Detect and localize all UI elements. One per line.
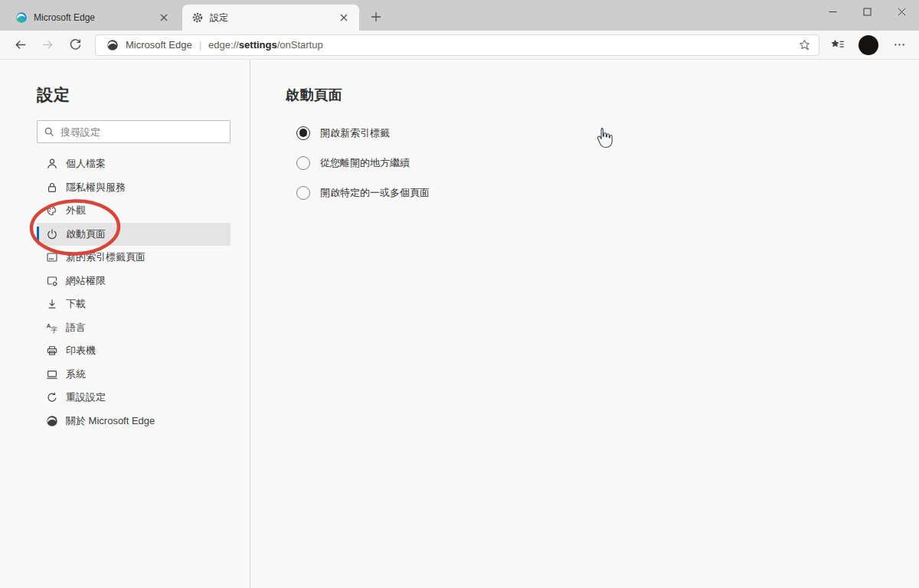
palette-icon — [46, 204, 58, 217]
sidebar-item-printers[interactable]: 印表機 — [37, 339, 231, 363]
close-tab-icon[interactable] — [156, 10, 172, 25]
url-separator: | — [199, 39, 201, 51]
sidebar-item-privacy[interactable]: 隱私權與服務 — [37, 176, 231, 200]
sidebar-item-permissions[interactable]: 網站權限 — [37, 270, 231, 293]
printer-icon — [46, 345, 58, 357]
minimize-button[interactable] — [816, 0, 850, 24]
settings-sidebar: 設定 個人檔案隱私權與服務外觀啟動頁面新的索引標籤頁面網站權限下載A字語言印表機… — [0, 60, 250, 588]
radio-option-2[interactable]: 從您離開的地方繼續 — [296, 148, 919, 178]
sidebar-nav: 個人檔案隱私權與服務外觀啟動頁面新的索引標籤頁面網站權限下載A字語言印表機系統重… — [0, 152, 250, 433]
radio-button[interactable] — [296, 126, 310, 140]
lock-icon — [46, 181, 58, 194]
tab-title: Microsoft Edge — [34, 12, 150, 23]
more-menu-icon — [893, 38, 906, 51]
address-bar[interactable]: Microsoft Edge | edge://settings/onStart… — [95, 34, 819, 56]
download-icon — [46, 298, 58, 310]
sidebar-title: 設定 — [37, 84, 250, 106]
sidebar-item-about[interactable]: 關於 Microsoft Edge — [37, 410, 231, 433]
gear-icon — [191, 11, 204, 24]
radio-button[interactable] — [296, 186, 310, 200]
site-permissions-icon — [46, 275, 58, 287]
profile-avatar[interactable] — [858, 35, 878, 55]
sidebar-item-profile[interactable]: 個人檔案 — [37, 152, 231, 176]
sidebar-item-label: 隱私權與服務 — [66, 181, 126, 194]
main-panel: 啟動頁面 開啟新索引標籤從您離開的地方繼續開啟特定的一或多個頁面 — [250, 60, 919, 588]
startup-options: 開啟新索引標籤從您離開的地方繼續開啟特定的一或多個頁面 — [296, 118, 919, 207]
sidebar-item-reset[interactable]: 重設設定 — [37, 386, 231, 410]
radio-button[interactable] — [296, 156, 310, 170]
laptop-icon — [46, 368, 58, 381]
edge-logo-icon — [15, 11, 28, 24]
sidebar-item-label: 印表機 — [66, 344, 96, 358]
sidebar-item-system[interactable]: 系統 — [37, 363, 231, 387]
tab-microsoft-edge[interactable]: Microsoft Edge — [6, 5, 179, 31]
sidebar-item-label: 新的索引標籤頁面 — [66, 250, 146, 264]
toolbar-right-cluster — [824, 34, 913, 57]
radio-option-1[interactable]: 開啟新索引標籤 — [296, 118, 919, 148]
person-icon — [46, 158, 58, 170]
edge-logo-icon — [106, 39, 119, 51]
window-controls — [816, 0, 919, 24]
back-arrow-icon — [14, 38, 27, 51]
selected-indicator — [37, 227, 39, 241]
svg-text:字: 字 — [51, 326, 57, 334]
reset-icon — [46, 391, 58, 403]
more-menu-button[interactable] — [885, 34, 913, 57]
search-input[interactable] — [61, 126, 224, 138]
add-favorite-star-icon[interactable] — [798, 38, 811, 51]
sidebar-item-label: 下載 — [66, 297, 86, 311]
site-label: Microsoft Edge — [126, 39, 192, 51]
sidebar-item-label: 關於 Microsoft Edge — [66, 414, 155, 428]
settings-search-box[interactable] — [37, 120, 231, 143]
sidebar-item-label: 啟動頁面 — [66, 227, 106, 241]
close-tab-icon[interactable] — [336, 10, 352, 25]
sidebar-item-newtab[interactable]: 新的索引標籤頁面 — [37, 246, 231, 270]
url-text: edge://settings/onStartup — [208, 39, 323, 51]
tab-settings[interactable]: 設定 — [182, 5, 359, 31]
maximize-button[interactable] — [850, 0, 885, 24]
sidebar-item-label: 個人檔案 — [66, 157, 106, 171]
refresh-button[interactable] — [61, 34, 89, 57]
new-tab-page-icon — [46, 251, 58, 263]
settings-page: 設定 個人檔案隱私權與服務外觀啟動頁面新的索引標籤頁面網站權限下載A字語言印表機… — [0, 60, 919, 588]
edge-logo-dark-icon — [46, 415, 58, 427]
sidebar-item-downloads[interactable]: 下載 — [37, 292, 231, 316]
forward-button[interactable] — [34, 34, 61, 57]
tab-title: 設定 — [210, 11, 330, 24]
power-icon — [46, 228, 58, 240]
search-icon — [44, 126, 55, 138]
sidebar-item-appearance[interactable]: 外觀 — [37, 199, 231, 223]
favorites-bar-button[interactable] — [824, 34, 852, 57]
radio-option-label: 開啟特定的一或多個頁面 — [320, 186, 430, 200]
browser-toolbar: Microsoft Edge | edge://settings/onStart… — [0, 31, 919, 60]
forward-arrow-icon — [41, 38, 54, 51]
page-title: 啟動頁面 — [286, 86, 919, 104]
refresh-icon — [69, 38, 82, 51]
radio-option-label: 從您離開的地方繼續 — [320, 156, 410, 170]
radio-option-3[interactable]: 開啟特定的一或多個頁面 — [296, 178, 919, 207]
sidebar-item-label: 外觀 — [66, 204, 86, 217]
sidebar-item-languages[interactable]: A字語言 — [37, 316, 231, 340]
language-icon: A字 — [46, 322, 58, 334]
sidebar-item-onstartup[interactable]: 啟動頁面 — [37, 223, 231, 247]
sidebar-item-label: 網站權限 — [66, 274, 106, 288]
close-window-button[interactable] — [885, 0, 919, 24]
sidebar-item-label: 語言 — [66, 321, 86, 335]
new-tab-button[interactable] — [365, 6, 387, 28]
tab-bar: Microsoft Edge 設定 — [0, 0, 919, 31]
favorites-bar-icon — [830, 38, 845, 51]
back-button[interactable] — [6, 34, 34, 57]
sidebar-item-label: 系統 — [66, 368, 86, 381]
sidebar-item-label: 重設設定 — [66, 390, 106, 404]
radio-option-label: 開啟新索引標籤 — [320, 126, 390, 140]
